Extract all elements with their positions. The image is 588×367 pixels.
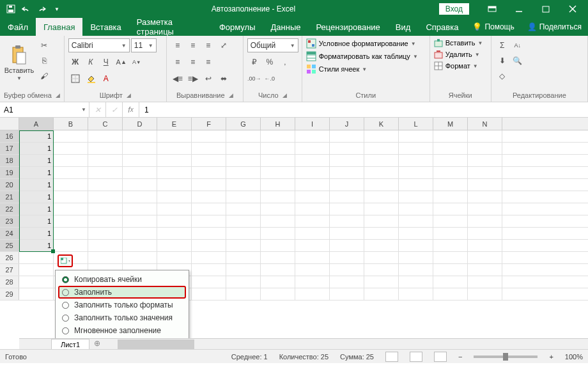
cell[interactable]: 1 [19, 203, 54, 215]
cell[interactable] [330, 203, 364, 215]
cell[interactable] [88, 130, 123, 142]
column-header[interactable]: M [433, 118, 468, 130]
row-header[interactable]: 22 [0, 203, 19, 215]
cell[interactable] [54, 203, 88, 215]
decrease-indent-button[interactable]: ◀≡ [171, 72, 185, 86]
cell[interactable] [261, 240, 295, 251]
cell[interactable] [192, 143, 226, 154]
cell[interactable] [330, 130, 364, 142]
row-header[interactable]: 24 [0, 228, 19, 239]
cell[interactable] [123, 252, 157, 263]
column-header[interactable]: K [364, 118, 399, 130]
cell[interactable] [88, 203, 123, 215]
font-dialog-icon[interactable]: ◢ [127, 92, 131, 98]
autofill-option-fill[interactable]: Заполнить [58, 286, 186, 299]
cell[interactable] [330, 252, 364, 263]
align-middle-button[interactable]: ≡ [186, 38, 200, 52]
cell[interactable] [157, 130, 192, 142]
cell[interactable] [226, 130, 261, 142]
cell[interactable] [364, 252, 399, 263]
cell[interactable] [157, 191, 192, 203]
cell[interactable] [295, 203, 330, 215]
cell[interactable] [399, 203, 433, 215]
comma-button[interactable]: ‚ [278, 55, 292, 69]
undo-icon[interactable] [19, 2, 33, 16]
scroll-thumb[interactable] [118, 340, 194, 349]
zoom-out-button[interactable]: − [458, 353, 462, 361]
autofill-option-flash-fill[interactable]: Мгновенное заполнение [58, 324, 186, 337]
cell[interactable] [226, 215, 261, 227]
cell[interactable]: 1 [19, 155, 54, 166]
clear-button[interactable]: ◇ [495, 69, 509, 83]
cell[interactable]: 1 [19, 215, 54, 227]
cell[interactable] [192, 252, 226, 263]
cell[interactable] [330, 179, 364, 191]
cell[interactable] [261, 167, 295, 178]
cell[interactable] [261, 215, 295, 227]
row-header[interactable]: 28 [0, 276, 19, 288]
percent-button[interactable]: % [263, 55, 277, 69]
tell-me[interactable]: 💡Помощь [466, 18, 520, 36]
share-button[interactable]: 👤Поделиться [521, 18, 588, 36]
cell[interactable] [330, 264, 364, 276]
cell[interactable]: 1 [19, 167, 54, 178]
cell[interactable] [157, 228, 192, 239]
autosum-button[interactable]: Σ [495, 38, 509, 52]
cell[interactable] [157, 179, 192, 191]
cell[interactable] [54, 167, 88, 178]
cell[interactable] [399, 191, 433, 203]
row-header[interactable]: 27 [0, 264, 19, 276]
cell[interactable] [19, 288, 54, 300]
cell[interactable] [54, 155, 88, 166]
cell[interactable] [364, 130, 399, 142]
cell[interactable] [226, 240, 261, 251]
ribbon-display-icon[interactable] [479, 0, 505, 18]
row-header[interactable]: 17 [0, 143, 19, 154]
cell[interactable] [261, 191, 295, 203]
row-header[interactable]: 20 [0, 179, 19, 191]
autofill-options-button[interactable]: ▼ [58, 254, 73, 267]
zoom-slider[interactable] [474, 355, 538, 358]
row-header[interactable]: 21 [0, 191, 19, 203]
cell[interactable] [468, 228, 502, 239]
zoom-in-button[interactable]: + [549, 353, 553, 361]
cell[interactable] [261, 155, 295, 166]
cell[interactable] [54, 130, 88, 142]
find-select-button[interactable]: 🔍 [511, 54, 525, 68]
cell[interactable] [54, 240, 88, 251]
cell[interactable] [468, 203, 502, 215]
cell[interactable] [88, 228, 123, 239]
cell[interactable] [123, 191, 157, 203]
conditional-formatting-button[interactable]: Условное форматирование▼ [306, 38, 416, 49]
cell[interactable] [433, 167, 468, 178]
cell[interactable] [192, 191, 226, 203]
cell[interactable] [433, 264, 468, 276]
cell[interactable] [54, 215, 88, 227]
cell[interactable] [88, 240, 123, 251]
cell[interactable] [295, 155, 330, 166]
cell[interactable] [261, 252, 295, 263]
cell[interactable] [295, 191, 330, 203]
row-header[interactable]: 25 [0, 240, 19, 251]
new-sheet-button[interactable]: ⊕ [89, 339, 105, 349]
cell[interactable] [330, 228, 364, 239]
accounting-format-button[interactable]: ₽ [247, 55, 261, 69]
cell[interactable] [192, 155, 226, 166]
cell[interactable] [123, 130, 157, 142]
cell[interactable] [192, 288, 226, 300]
cell[interactable] [19, 276, 54, 288]
enter-formula-icon[interactable]: ✓ [106, 102, 123, 117]
column-header[interactable]: A [19, 118, 54, 130]
align-left-button[interactable]: ≡ [171, 55, 185, 69]
cell[interactable] [261, 276, 295, 288]
cell[interactable] [399, 179, 433, 191]
cell[interactable] [433, 276, 468, 288]
cell[interactable] [468, 264, 502, 276]
minimize-button[interactable] [506, 0, 532, 18]
cell[interactable] [157, 240, 192, 251]
cell[interactable] [433, 215, 468, 227]
cell[interactable] [295, 167, 330, 178]
tab-view[interactable]: Вид [388, 18, 419, 36]
autofill-option-values-only[interactable]: Заполнить только значения [58, 311, 186, 324]
cell[interactable] [261, 143, 295, 154]
